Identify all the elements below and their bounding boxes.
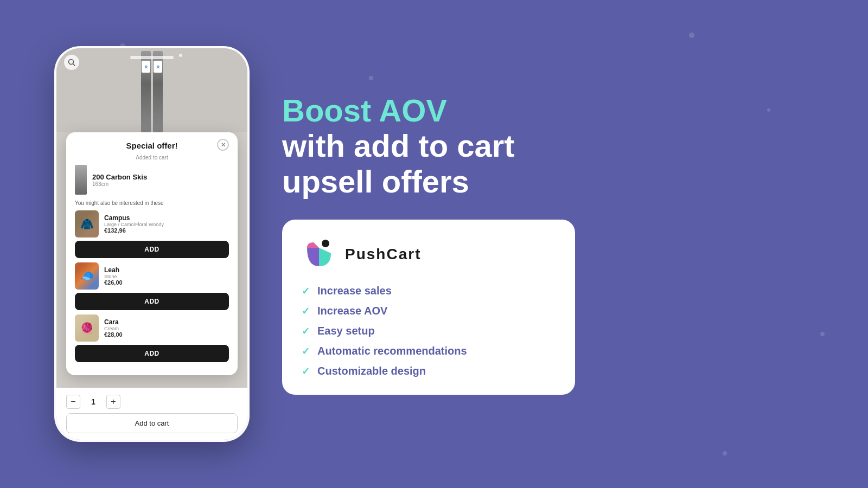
suggestion-label: You might also be interested in these: [75, 200, 229, 206]
leah-info: Leah Stone €26,00: [104, 266, 123, 286]
upsell-item-leah: 🧢 Leah Stone €26,00 ADD: [75, 262, 229, 310]
campus-variant: Large / Camo/Floral Woody: [104, 222, 164, 227]
modal-title: Special offer! ✕: [75, 141, 229, 150]
feature-text-3: Automatic recommendations: [317, 345, 467, 357]
headline-line3: upsell offers: [282, 164, 814, 200]
phone-frame: R R Special: [54, 46, 250, 442]
main-container: R R Special: [54, 11, 814, 477]
check-icon-0: ✓: [302, 285, 310, 297]
svg-line-1: [73, 64, 75, 66]
cara-add-button[interactable]: ADD: [75, 345, 229, 362]
leah-name: Leah: [104, 266, 123, 274]
svg-point-2: [322, 240, 329, 247]
quantity-plus-button[interactable]: +: [106, 395, 120, 409]
check-icon-1: ✓: [302, 305, 310, 317]
phone-notch: [130, 56, 174, 59]
added-product-row: 200 Carbon Skis 163cm: [75, 165, 229, 195]
feature-item-0: ✓ Increase sales: [302, 285, 556, 297]
add-to-cart-button[interactable]: Add to cart: [66, 413, 238, 433]
upsell-modal: Special offer! ✕ Added to cart 200 Carbo…: [66, 132, 238, 375]
added-to-cart-label: Added to cart: [75, 155, 229, 160]
feature-item-3: ✓ Automatic recommendations: [302, 345, 556, 357]
quantity-minus-button[interactable]: −: [66, 395, 80, 409]
feature-text-2: Easy setup: [317, 325, 375, 337]
phone-top-image: R R: [56, 48, 247, 132]
brand-name: PushCart: [345, 246, 421, 263]
upsell-item-campus-row: 🧥 Campus Large / Camo/Floral Woody €132,…: [75, 210, 229, 237]
ski-thumbnail: [75, 165, 87, 195]
upsell-item-campus: 🧥 Campus Large / Camo/Floral Woody €132,…: [75, 210, 229, 258]
phone-section: R R Special: [54, 46, 250, 442]
ski-image: R R: [141, 48, 163, 132]
feature-text-4: Customizable design: [317, 365, 426, 377]
added-product-name: 200 Carbon Skis: [92, 173, 147, 181]
campus-price: €132,96: [104, 227, 164, 234]
leah-thumbnail: 🧢: [75, 262, 99, 290]
campus-thumbnail: 🧥: [75, 210, 99, 237]
added-product-variant: 163cm: [92, 181, 147, 187]
cara-price: €28,00: [104, 331, 123, 338]
campus-info: Campus Large / Camo/Floral Woody €132,96: [104, 214, 164, 234]
campus-name: Campus: [104, 214, 164, 222]
phone-bottom-bar: − 1 + Add to cart: [56, 388, 247, 440]
upsell-item-leah-row: 🧢 Leah Stone €26,00: [75, 262, 229, 290]
feature-text-1: Increase AOV: [317, 305, 387, 317]
feature-item-1: ✓ Increase AOV: [302, 305, 556, 317]
upsell-item-cara-row: 🧶 Cara Cream €28,00: [75, 314, 229, 342]
brand-row: PushCart: [302, 237, 556, 272]
cara-name: Cara: [104, 318, 123, 326]
info-card: PushCart ✓ Increase sales ✓ Increase AOV…: [282, 220, 575, 395]
phone-camera-dot: [179, 54, 182, 57]
zoom-icon[interactable]: [64, 55, 79, 70]
right-section: Boost AOV with add to cart upsell offers: [282, 93, 814, 395]
upsell-item-cara: 🧶 Cara Cream €28,00 ADD: [75, 314, 229, 362]
quantity-value: 1: [88, 397, 99, 406]
cara-variant: Cream: [104, 326, 123, 331]
feature-item-2: ✓ Easy setup: [302, 325, 556, 337]
pushcart-logo: [302, 237, 336, 272]
check-icon-3: ✓: [302, 345, 310, 357]
leah-price: €26,00: [104, 279, 123, 286]
cara-info: Cara Cream €28,00: [104, 318, 123, 338]
headline-line2: with add to cart: [282, 128, 814, 164]
headline-line1: Boost AOV: [282, 93, 814, 128]
modal-close-button[interactable]: ✕: [217, 139, 229, 151]
headline: Boost AOV with add to cart upsell offers: [282, 93, 814, 200]
check-icon-2: ✓: [302, 325, 310, 337]
campus-add-button[interactable]: ADD: [75, 241, 229, 258]
modal-title-text: Special offer!: [126, 141, 177, 150]
added-product-info: 200 Carbon Skis 163cm: [92, 173, 147, 187]
leah-variant: Stone: [104, 274, 123, 279]
leah-add-button[interactable]: ADD: [75, 293, 229, 310]
features-list: ✓ Increase sales ✓ Increase AOV ✓ Easy s…: [302, 285, 556, 377]
cara-thumbnail: 🧶: [75, 314, 99, 342]
feature-item-4: ✓ Customizable design: [302, 365, 556, 377]
quantity-row: − 1 +: [66, 395, 238, 409]
feature-text-0: Increase sales: [317, 285, 392, 297]
check-icon-4: ✓: [302, 365, 310, 377]
phone-screen: R R Special: [56, 48, 247, 440]
